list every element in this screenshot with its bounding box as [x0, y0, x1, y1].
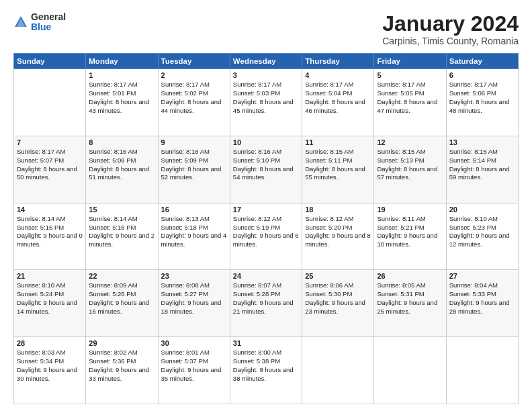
- daylight-text: Daylight: 8 hours and 48 minutes.: [449, 98, 515, 116]
- calendar-cell: 12Sunrise: 8:15 AMSunset: 5:13 PMDayligh…: [374, 136, 446, 203]
- day-number: 23: [161, 272, 227, 280]
- calendar-cell: 27Sunrise: 8:04 AMSunset: 5:33 PMDayligh…: [446, 270, 518, 337]
- header: General Blue January 2024 Carpinis, Timi…: [13, 12, 519, 46]
- title-area: January 2024 Carpinis, Timis County, Rom…: [382, 12, 519, 46]
- calendar-cell: 11Sunrise: 8:15 AMSunset: 5:11 PMDayligh…: [302, 136, 374, 203]
- day-number: 10: [233, 138, 299, 146]
- location: Carpinis, Timis County, Romania: [382, 36, 519, 46]
- sunset-text: Sunset: 5:31 PM: [377, 290, 443, 299]
- sunrise-text: Sunrise: 8:17 AM: [377, 81, 443, 89]
- logo-general: General: [31, 12, 66, 22]
- day-number: 5: [377, 71, 443, 79]
- daylight-text: Daylight: 9 hours and 18 minutes.: [161, 299, 227, 316]
- day-number: 2: [161, 71, 227, 79]
- daylight-text: Daylight: 9 hours and 28 minutes.: [449, 299, 515, 316]
- calendar-cell: 7Sunrise: 8:17 AMSunset: 5:07 PMDaylight…: [14, 136, 86, 203]
- day-number: 8: [89, 138, 154, 146]
- sunset-text: Sunset: 5:37 PM: [161, 357, 227, 366]
- sunrise-text: Sunrise: 8:08 AM: [161, 281, 227, 290]
- daylight-text: Daylight: 8 hours and 59 minutes.: [449, 165, 515, 183]
- sunrise-text: Sunrise: 8:16 AM: [89, 148, 154, 156]
- sunset-text: Sunset: 5:14 PM: [449, 156, 515, 165]
- day-number: 14: [17, 205, 83, 214]
- calendar-cell: 26Sunrise: 8:05 AMSunset: 5:31 PMDayligh…: [374, 270, 446, 337]
- sunset-text: Sunset: 5:08 PM: [89, 156, 154, 165]
- day-number: 22: [89, 272, 154, 280]
- sunset-text: Sunset: 5:03 PM: [233, 89, 299, 98]
- daylight-text: Daylight: 9 hours and 33 minutes.: [89, 366, 154, 383]
- calendar-cell: 25Sunrise: 8:06 AMSunset: 5:30 PMDayligh…: [302, 270, 374, 337]
- day-number: 15: [89, 205, 154, 214]
- sunset-text: Sunset: 5:10 PM: [233, 156, 299, 165]
- day-number: 26: [377, 272, 443, 280]
- sunrise-text: Sunrise: 8:16 AM: [233, 148, 299, 156]
- daylight-text: Daylight: 9 hours and 38 minutes.: [233, 366, 299, 383]
- calendar-cell: 15Sunrise: 8:14 AMSunset: 5:16 PMDayligh…: [86, 203, 158, 270]
- day-number: 17: [233, 205, 299, 214]
- sunrise-text: Sunrise: 8:00 AM: [233, 349, 299, 357]
- sunset-text: Sunset: 5:36 PM: [89, 357, 154, 366]
- day-number: 9: [161, 138, 227, 146]
- calendar-cell: 2Sunrise: 8:17 AMSunset: 5:02 PMDaylight…: [158, 69, 230, 136]
- calendar-cell: 19Sunrise: 8:11 AMSunset: 5:21 PMDayligh…: [374, 203, 446, 270]
- sunset-text: Sunset: 5:04 PM: [305, 89, 371, 98]
- sunrise-text: Sunrise: 8:03 AM: [17, 349, 83, 357]
- daylight-text: Daylight: 8 hours and 47 minutes.: [377, 98, 443, 116]
- sunrise-text: Sunrise: 8:12 AM: [305, 215, 371, 224]
- sunset-text: Sunset: 5:07 PM: [17, 156, 83, 165]
- day-number: 24: [233, 272, 299, 280]
- daylight-text: Daylight: 8 hours and 57 minutes.: [377, 165, 443, 183]
- sunrise-text: Sunrise: 8:07 AM: [233, 281, 299, 290]
- sunrise-text: Sunrise: 8:11 AM: [377, 215, 443, 224]
- sunrise-text: Sunrise: 8:14 AM: [89, 215, 154, 224]
- sunset-text: Sunset: 5:27 PM: [161, 290, 227, 299]
- daylight-text: Daylight: 9 hours and 8 minutes.: [305, 232, 371, 249]
- sunrise-text: Sunrise: 8:15 AM: [449, 148, 515, 156]
- sunrise-text: Sunrise: 8:10 AM: [17, 281, 83, 290]
- calendar-cell: 28Sunrise: 8:03 AMSunset: 5:34 PMDayligh…: [14, 337, 86, 404]
- daylight-text: Daylight: 8 hours and 45 minutes.: [233, 98, 299, 116]
- sunset-text: Sunset: 5:01 PM: [89, 89, 154, 98]
- calendar-cell: 29Sunrise: 8:02 AMSunset: 5:36 PMDayligh…: [86, 337, 158, 404]
- calendar-cell: 8Sunrise: 8:16 AMSunset: 5:08 PMDaylight…: [86, 136, 158, 203]
- day-number: 11: [305, 138, 371, 146]
- sunrise-text: Sunrise: 8:17 AM: [17, 148, 83, 156]
- day-number: 29: [89, 339, 154, 347]
- day-number: 31: [233, 339, 299, 347]
- daylight-text: Daylight: 9 hours and 4 minutes.: [161, 232, 227, 249]
- daylight-text: Daylight: 9 hours and 6 minutes.: [233, 232, 299, 249]
- calendar-cell: 18Sunrise: 8:12 AMSunset: 5:20 PMDayligh…: [302, 203, 374, 270]
- sunset-text: Sunset: 5:20 PM: [305, 224, 371, 232]
- sunset-text: Sunset: 5:05 PM: [377, 89, 443, 98]
- day-number: 28: [17, 339, 83, 347]
- sunrise-text: Sunrise: 8:17 AM: [161, 81, 227, 89]
- day-number: 6: [449, 71, 515, 79]
- daylight-text: Daylight: 8 hours and 54 minutes.: [233, 165, 299, 183]
- day-header: Thursday: [302, 54, 374, 69]
- calendar-cell: [374, 337, 446, 404]
- day-number: 16: [161, 205, 227, 214]
- sunrise-text: Sunrise: 8:09 AM: [89, 281, 154, 290]
- sunrise-text: Sunrise: 8:14 AM: [17, 215, 83, 224]
- calendar-cell: 22Sunrise: 8:09 AMSunset: 5:26 PMDayligh…: [86, 270, 158, 337]
- sunset-text: Sunset: 5:21 PM: [377, 224, 443, 232]
- calendar-cell: 31Sunrise: 8:00 AMSunset: 5:38 PMDayligh…: [230, 337, 302, 404]
- daylight-text: Daylight: 9 hours and 30 minutes.: [17, 366, 83, 383]
- logo-icon: [13, 15, 28, 30]
- calendar-cell: 24Sunrise: 8:07 AMSunset: 5:28 PMDayligh…: [230, 270, 302, 337]
- sunset-text: Sunset: 5:19 PM: [233, 224, 299, 232]
- day-number: 19: [377, 205, 443, 214]
- daylight-text: Daylight: 9 hours and 14 minutes.: [17, 299, 83, 316]
- day-number: 4: [305, 71, 371, 79]
- day-header: Tuesday: [158, 54, 230, 69]
- sunset-text: Sunset: 5:34 PM: [17, 357, 83, 366]
- day-number: 1: [89, 71, 154, 79]
- calendar-cell: 20Sunrise: 8:10 AMSunset: 5:23 PMDayligh…: [446, 203, 518, 270]
- daylight-text: Daylight: 9 hours and 2 minutes.: [89, 232, 154, 249]
- sunrise-text: Sunrise: 8:17 AM: [233, 81, 299, 89]
- sunrise-text: Sunrise: 8:16 AM: [161, 148, 227, 156]
- daylight-text: Daylight: 9 hours and 0 minutes.: [17, 232, 83, 249]
- daylight-text: Daylight: 8 hours and 50 minutes.: [17, 165, 83, 183]
- daylight-text: Daylight: 8 hours and 46 minutes.: [305, 98, 371, 116]
- calendar-cell: 3Sunrise: 8:17 AMSunset: 5:03 PMDaylight…: [230, 69, 302, 136]
